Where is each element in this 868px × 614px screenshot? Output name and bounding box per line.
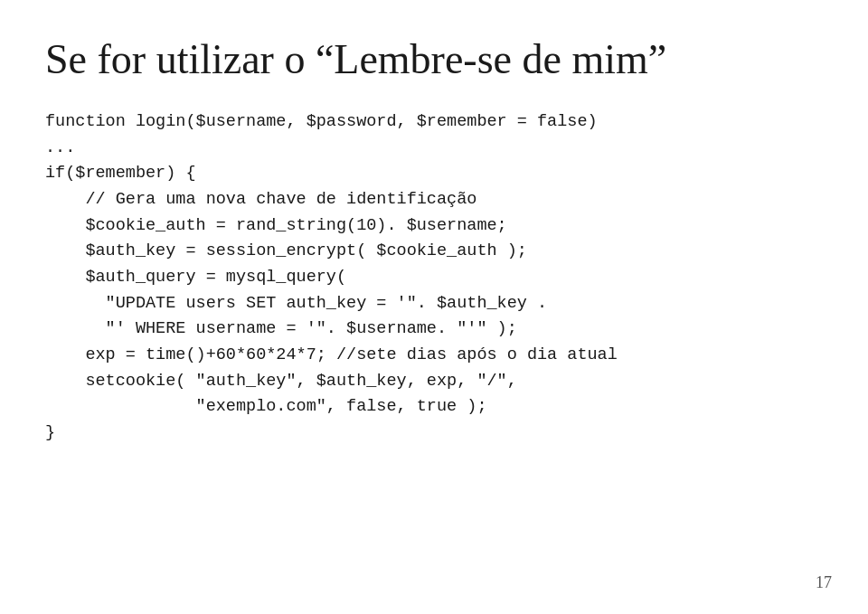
slide-title: Se for utilizar o “Lembre-se de mim” — [45, 36, 823, 84]
slide-container: Se for utilizar o “Lembre-se de mim” fun… — [0, 0, 868, 614]
page-number: 17 — [816, 573, 832, 592]
code-block: function login($username, $password, $re… — [45, 109, 823, 447]
